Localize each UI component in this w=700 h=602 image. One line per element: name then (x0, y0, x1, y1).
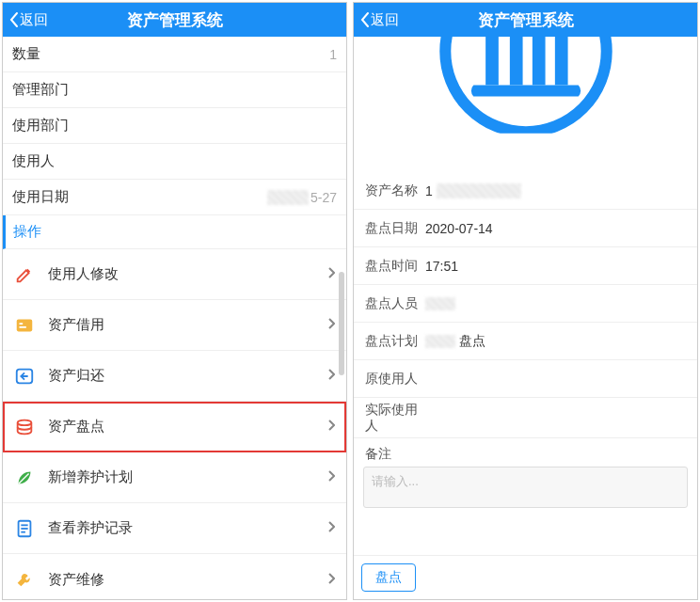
borrow-icon (14, 315, 35, 336)
return-icon (14, 366, 35, 387)
blurred-value (267, 190, 309, 205)
chevron-right-icon (327, 572, 335, 588)
info-qty: 数量 1 (3, 37, 346, 72)
svg-point-10 (445, 37, 606, 132)
form-label: 盘点计划 (365, 333, 425, 349)
chevron-right-icon (327, 317, 335, 333)
action-label: 新增养护计划 (48, 468, 133, 486)
chevron-right-icon (327, 266, 335, 282)
form-label: 原使用人 (365, 371, 425, 387)
svg-rect-12 (509, 37, 522, 85)
left-header: 返回 资产管理系统 (3, 3, 346, 37)
svg-rect-13 (532, 37, 545, 85)
page-title: 资产管理系统 (3, 9, 346, 31)
chevron-right-icon (327, 469, 335, 485)
info-user: 使用人 (3, 144, 346, 180)
action-view-records[interactable]: 查看养护记录 (3, 503, 346, 554)
action-new-plan[interactable]: 新增养护计划 (3, 452, 346, 503)
form-label: 盘点时间 (365, 258, 425, 274)
right-header: 返回 资产管理系统 (354, 3, 697, 37)
action-inventory[interactable]: 资产盘点 (3, 402, 346, 452)
right-pane: 返回 资产管理系统 资产名称 1 (353, 2, 698, 600)
placeholder-text: 请输入... (372, 474, 419, 488)
form-asset-name: 资产名称 1 (354, 172, 697, 210)
inventory-icon (14, 417, 35, 437)
action-return[interactable]: 资产归还 (3, 351, 346, 402)
leaf-icon (14, 467, 35, 488)
wrench-icon (14, 569, 35, 590)
action-label: 查看养护记录 (48, 519, 133, 537)
section-operations: 操作 (3, 215, 346, 249)
info-label: 数量 (12, 45, 40, 63)
chevron-right-icon (327, 368, 335, 384)
document-icon (14, 518, 35, 539)
back-label: 返回 (20, 11, 48, 29)
form-label: 盘点日期 (365, 220, 425, 236)
form-actual-user: 实际使用人 (354, 398, 697, 438)
section-label: 操作 (13, 223, 41, 241)
form-label: 资产名称 (365, 182, 425, 198)
back-button[interactable]: 返回 (3, 11, 48, 29)
right-body: 资产名称 1 盘点日期 2020-07-14 盘点时间 17:51 盘点人员 盘… (354, 37, 697, 555)
blurred-value (425, 297, 455, 310)
submit-label: 盘点 (375, 569, 402, 586)
asset-name-prefix: 1 (425, 183, 433, 198)
form-label: 盘点人员 (365, 295, 425, 311)
chevron-right-icon (327, 419, 335, 435)
action-modify-user[interactable]: 使用人修改 (3, 249, 346, 300)
left-body: 数量 1 管理部门 使用部门 使用人 使用日期 5-27 操作 (3, 37, 346, 599)
date-suffix: 5-27 (310, 190, 337, 205)
submit-button[interactable]: 盘点 (361, 563, 416, 592)
info-label: 使用人 (12, 152, 55, 170)
action-label: 资产维修 (48, 571, 104, 589)
form-orig-user: 原使用人 (354, 360, 697, 398)
form-label: 实际使用人 (365, 402, 425, 434)
form-value: 2020-07-14 (425, 221, 686, 236)
info-use-date: 使用日期 5-27 (3, 180, 346, 215)
right-footer: 盘点 (354, 555, 697, 599)
remark-input[interactable]: 请输入... (363, 467, 688, 508)
page-title: 资产管理系统 (354, 9, 697, 31)
info-label: 使用部门 (12, 117, 69, 135)
svg-rect-14 (554, 37, 567, 85)
svg-rect-0 (17, 319, 33, 331)
action-repair[interactable]: 资产维修 (3, 554, 346, 599)
edit-icon (14, 264, 35, 285)
remark-label: 备注 (354, 438, 697, 467)
form-time: 盘点时间 17:51 (354, 247, 697, 285)
blurred-value (425, 335, 455, 348)
svg-rect-1 (20, 323, 24, 325)
info-value: 1 (329, 47, 337, 62)
form-staff: 盘点人员 (354, 285, 697, 323)
action-label: 使用人修改 (48, 265, 119, 283)
action-label: 资产归还 (48, 367, 104, 385)
info-use-dept: 使用部门 (3, 108, 346, 144)
logo (354, 37, 697, 172)
chevron-right-icon (327, 520, 335, 536)
info-label: 使用日期 (12, 188, 69, 206)
form-plan: 盘点计划 盘点 (354, 323, 697, 360)
blurred-value (437, 183, 521, 198)
svg-point-4 (18, 420, 32, 425)
svg-rect-11 (485, 37, 499, 85)
info-label: 管理部门 (12, 81, 69, 99)
scrollbar[interactable] (339, 272, 344, 375)
action-label: 资产盘点 (48, 418, 104, 436)
back-button[interactable]: 返回 (354, 11, 399, 29)
action-label: 资产借用 (48, 316, 104, 334)
left-pane: 返回 资产管理系统 数量 1 管理部门 使用部门 使用人 使用日期 5-27 操… (2, 2, 347, 600)
action-borrow[interactable]: 资产借用 (3, 300, 346, 351)
svg-rect-2 (20, 325, 26, 327)
info-mgmt-dept: 管理部门 (3, 72, 346, 108)
plan-suffix: 盘点 (459, 333, 485, 350)
form-value: 17:51 (425, 259, 686, 274)
chevron-left-icon (8, 11, 20, 28)
chevron-left-icon (359, 11, 371, 28)
back-label: 返回 (371, 11, 399, 29)
form-date: 盘点日期 2020-07-14 (354, 210, 697, 247)
